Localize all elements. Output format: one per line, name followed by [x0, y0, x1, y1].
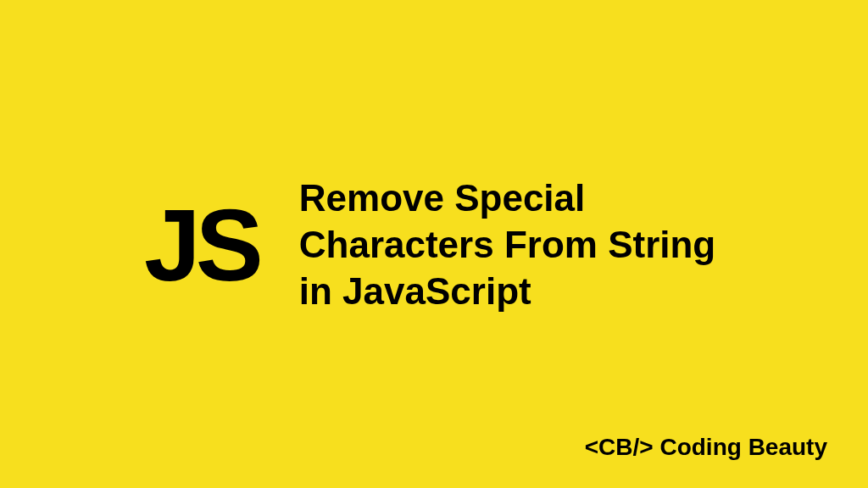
article-title: Remove Special Characters From String in…: [299, 175, 757, 314]
brand-signature: <CB/> Coding Beauty: [585, 434, 827, 461]
main-content: JS Remove Special Characters From String…: [0, 175, 868, 314]
javascript-logo: JS: [144, 193, 259, 295]
